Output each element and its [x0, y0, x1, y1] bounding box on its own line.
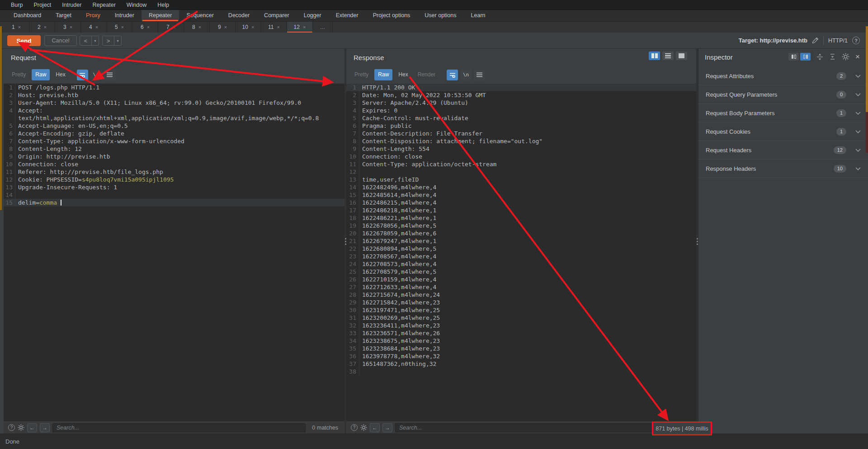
response-word-wrap-icon[interactable] — [447, 70, 458, 80]
line-number: 21 — [346, 237, 359, 245]
repeater-tab-10[interactable]: 10× — [236, 22, 261, 33]
tab-logger[interactable]: Logger — [297, 10, 329, 21]
tab-comparer[interactable]: Comparer — [257, 10, 297, 21]
tab-user-options[interactable]: User options — [417, 10, 463, 21]
response-view-tab-hex[interactable]: Hex — [395, 69, 411, 80]
request-view-tab-hex[interactable]: Hex — [52, 69, 69, 80]
menu-item-window[interactable]: Window — [121, 0, 152, 10]
tab-target[interactable]: Target — [48, 10, 79, 21]
response-editor-menu-icon[interactable] — [474, 70, 485, 80]
collapse-all-icon[interactable] — [829, 54, 836, 60]
section-count-badge: 0 — [836, 91, 846, 98]
close-tab-icon[interactable]: × — [277, 24, 280, 30]
close-tab-icon[interactable]: × — [173, 24, 175, 30]
response-editor[interactable]: 1HTTP/1.1 200 OK2Date: Mon, 02 May 2022 … — [346, 84, 696, 421]
request-word-wrap-icon[interactable] — [77, 70, 88, 80]
inspector-dock-left-icon[interactable] — [788, 53, 799, 61]
response-show-newlines-icon[interactable]: \n — [460, 70, 472, 80]
request-view-tab-raw[interactable]: Raw — [32, 69, 50, 80]
search-input[interactable] — [52, 423, 306, 432]
forward-dropdown-icon[interactable]: ▾ — [114, 36, 121, 45]
tab-learn[interactable]: Learn — [464, 10, 493, 21]
close-tab-icon[interactable]: × — [70, 24, 72, 30]
edit-target-pencil-icon[interactable] — [812, 37, 819, 44]
search-help-icon[interactable]: ? — [351, 424, 358, 431]
close-tab-icon[interactable]: × — [121, 24, 124, 30]
close-tab-icon[interactable]: × — [303, 24, 306, 30]
back-dropdown-icon[interactable]: ▾ — [91, 36, 99, 45]
close-tab-icon[interactable]: × — [251, 24, 254, 30]
inspector-section-request-cookies[interactable]: Request Cookies1 — [698, 122, 868, 141]
repeater-tab-9[interactable]: 9× — [210, 22, 236, 33]
layout-rows-icon[interactable] — [662, 51, 674, 60]
repeater-tab-1[interactable]: 1× — [4, 22, 29, 33]
search-help-icon[interactable]: ? — [8, 424, 15, 431]
repeater-tab-12[interactable]: 12× — [287, 22, 313, 33]
inspector-settings-gear-icon[interactable] — [842, 53, 849, 61]
tab-proxy[interactable]: Proxy — [79, 10, 108, 21]
response-line: 4Expires: 0 — [346, 107, 696, 114]
repeater-tab-6[interactable]: 6× — [132, 22, 158, 33]
back-button-group: < ▾ — [80, 36, 99, 46]
search-settings-gear-icon[interactable] — [360, 424, 367, 431]
send-button[interactable]: Send — [7, 35, 41, 46]
layout-columns-icon[interactable] — [649, 51, 660, 60]
tab-intruder[interactable]: Intruder — [108, 10, 142, 21]
history-back-icon[interactable]: < — [80, 36, 91, 45]
search-next-arrow-icon[interactable]: → — [382, 423, 392, 432]
menu-item-burp[interactable]: Burp — [5, 0, 28, 10]
history-forward-icon[interactable]: > — [103, 36, 114, 45]
inspector-section-request-body-parameters[interactable]: Request Body Parameters1 — [698, 104, 868, 122]
request-show-newlines-icon[interactable]: \n — [90, 70, 102, 80]
tab-extender[interactable]: Extender — [329, 10, 366, 21]
tab-project-options[interactable]: Project options — [366, 10, 418, 21]
line-text: 1623197471,m4lwhere,25 — [359, 306, 696, 314]
menu-item-project[interactable]: Project — [28, 0, 57, 10]
response-view-tab-pretty[interactable]: Pretty — [351, 69, 372, 80]
repeater-tab-11[interactable]: 11× — [261, 22, 287, 33]
repeater-tab-2[interactable]: 2× — [29, 22, 55, 33]
help-icon[interactable]: ? — [852, 37, 860, 44]
close-tab-icon[interactable]: × — [198, 24, 201, 30]
search-prev-arrow-icon[interactable]: ← — [370, 423, 380, 432]
response-view-tab-raw[interactable]: Raw — [374, 69, 392, 80]
close-tab-icon[interactable]: × — [44, 24, 47, 30]
close-tab-icon[interactable]: × — [147, 24, 150, 30]
search-input[interactable] — [395, 423, 657, 432]
repeater-tab-overflow[interactable]: ... — [313, 22, 333, 33]
line-text: Server: Apache/2.4.29 (Ubuntu) — [359, 99, 696, 107]
repeater-tab-8[interactable]: 8× — [184, 22, 210, 33]
menu-item-repeater[interactable]: Repeater — [87, 0, 121, 10]
inspector-dock-right-icon[interactable] — [800, 53, 811, 61]
tab-repeater[interactable]: Repeater — [142, 10, 179, 21]
close-tab-icon[interactable]: × — [18, 24, 21, 30]
inspector-section-response-headers[interactable]: Response Headers10 — [698, 159, 868, 178]
layout-single-icon[interactable] — [676, 51, 687, 60]
cancel-button[interactable]: Cancel — [44, 35, 77, 46]
repeater-tab-5[interactable]: 5× — [107, 22, 132, 33]
inspector-section-request-attributes[interactable]: Request Attributes2 — [698, 67, 868, 85]
close-tab-icon[interactable]: × — [95, 24, 98, 30]
response-view-tab-render[interactable]: Render — [414, 69, 439, 80]
tab-decoder[interactable]: Decoder — [221, 10, 257, 21]
menu-item-intruder[interactable]: Intruder — [57, 0, 87, 10]
request-editor[interactable]: 1POST /logs.php HTTP/1.12Host: previse.h… — [4, 84, 344, 421]
line-text: 1622486215,m4lwhere,4 — [359, 199, 696, 206]
repeater-tab-4[interactable]: 4× — [81, 22, 107, 33]
inspector-section-request-query-parameters[interactable]: Request Query Parameters0 — [698, 85, 868, 104]
tab-dashboard[interactable]: Dashboard — [6, 10, 48, 21]
tab-sequencer[interactable]: Sequencer — [179, 10, 221, 21]
inspector-section-request-headers[interactable]: Request Headers12 — [698, 141, 868, 159]
repeater-tab-3[interactable]: 3× — [55, 22, 81, 33]
search-prev-arrow-icon[interactable]: ← — [27, 423, 37, 432]
request-editor-menu-icon[interactable] — [104, 70, 115, 80]
expand-all-icon[interactable] — [816, 54, 823, 60]
request-view-tab-pretty[interactable]: Pretty — [8, 69, 29, 80]
repeater-tab-7[interactable]: 7× — [158, 22, 184, 33]
menu-item-help[interactable]: Help — [152, 0, 175, 10]
close-inspector-icon[interactable]: × — [855, 54, 860, 60]
search-next-arrow-icon[interactable]: → — [40, 423, 50, 432]
line-number: 11 — [4, 168, 15, 176]
search-settings-gear-icon[interactable] — [18, 424, 24, 431]
close-tab-icon[interactable]: × — [224, 24, 227, 30]
